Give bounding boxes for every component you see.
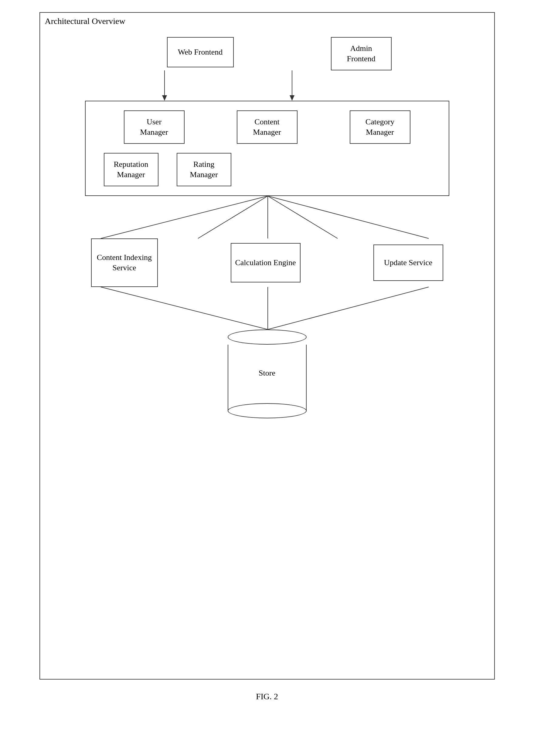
services-to-store-spacer	[52, 287, 482, 330]
content-indexing-service-box: Content Indexing Service	[91, 238, 158, 287]
svg-line-8	[268, 196, 429, 238]
services-arrows-svg	[52, 287, 482, 330]
update-service-box: Update Service	[374, 245, 443, 281]
svg-line-9	[101, 287, 268, 330]
middle-arrow-spacer	[52, 196, 482, 238]
middle-row1: User Manager Content Manager Category Ma…	[98, 110, 436, 144]
page-container: Architectural Overview Web Frontend Admi…	[24, 12, 510, 701]
top-arrow-spacer	[52, 70, 482, 101]
middle-row2: Reputation Manager Rating Manager	[98, 153, 436, 186]
cylinder-body: Store	[228, 345, 307, 411]
store-label: Store	[259, 368, 275, 378]
top-nodes-row: Web Frontend Admin Frontend	[52, 37, 482, 70]
svg-line-5	[198, 196, 268, 238]
cylinder-bottom-arc	[228, 403, 307, 418]
architectural-overview-diagram: Architectural Overview Web Frontend Admi…	[40, 12, 495, 680]
svg-marker-3	[290, 95, 295, 101]
admin-frontend-box: Admin Frontend	[331, 37, 392, 70]
cylinder-top	[228, 330, 307, 345]
svg-line-11	[268, 287, 429, 330]
svg-line-4	[101, 196, 268, 238]
svg-marker-1	[162, 95, 167, 101]
middle-arrows-svg	[52, 196, 482, 238]
rating-manager-box: Rating Manager	[177, 153, 231, 186]
figure-label: FIG. 2	[256, 692, 278, 701]
reputation-manager-box: Reputation Manager	[104, 153, 158, 186]
content-manager-box: Content Manager	[237, 110, 297, 144]
diagram-content: Web Frontend Admin Frontend	[52, 37, 482, 411]
middle-section-box: User Manager Content Manager Category Ma…	[85, 101, 449, 196]
web-frontend-box: Web Frontend	[167, 37, 234, 68]
store-cylinder-container: Store	[228, 330, 307, 411]
category-manager-box: Category Manager	[350, 110, 410, 144]
top-arrows-svg	[52, 70, 482, 101]
store-cylinder: Store	[228, 330, 307, 411]
services-row: Content Indexing Service Calculation Eng…	[55, 238, 480, 287]
diagram-wrapper: Architectural Overview Web Frontend Admi…	[40, 12, 495, 680]
diagram-title: Architectural Overview	[45, 16, 126, 26]
svg-line-7	[268, 196, 338, 238]
calculation-engine-box: Calculation Engine	[231, 243, 300, 283]
user-manager-box: User Manager	[124, 110, 184, 144]
